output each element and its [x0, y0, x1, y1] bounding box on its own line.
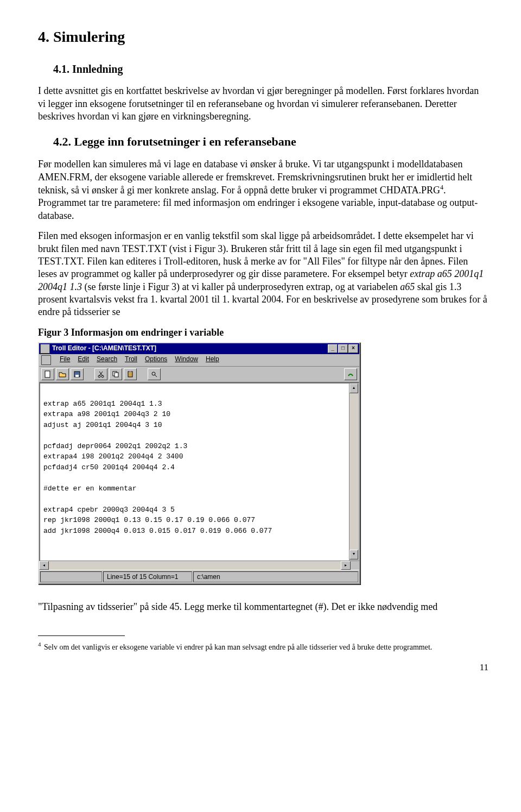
- a65-var: a65: [400, 281, 415, 292]
- figure-3-caption: Figur 3 Informasjon om endringer i varia…: [38, 326, 488, 339]
- heading-innledning: 4.1. Innledning: [38, 62, 488, 76]
- paste-icon[interactable]: [124, 368, 137, 380]
- doc-icon: [41, 355, 51, 365]
- menu-window[interactable]: Window: [175, 355, 198, 365]
- scroll-up-icon[interactable]: ▴: [350, 383, 358, 393]
- text: . Filen kan editeres i Troll-editoren, h…: [38, 256, 468, 279]
- text: .FRM: [67, 172, 90, 182]
- text: .PRG: [418, 185, 440, 196]
- save-icon[interactable]: [71, 368, 84, 380]
- window-controls: _ □ ×: [328, 344, 358, 353]
- menu-help[interactable]: Help: [206, 355, 219, 365]
- text: Før modellen kan simuleres må vi lage en…: [38, 159, 462, 169]
- heading-simulering: 4. Simulering: [38, 27, 488, 47]
- page-number: 11: [38, 662, 488, 673]
- status-empty: [40, 571, 102, 582]
- text: .TXT: [145, 243, 167, 254]
- footnote-4: 4 Selv om det vanligvis er eksogene vari…: [38, 640, 488, 652]
- svg-rect-7: [128, 372, 132, 377]
- scroll-right-icon[interactable]: ▸: [341, 561, 351, 570]
- menu-edit[interactable]: Edit: [78, 355, 89, 365]
- close-button[interactable]: ×: [348, 344, 358, 353]
- troll-editor-window: Troll Editor - [C:\AMEN\TEST.TXT] _ □ × …: [38, 342, 360, 584]
- para-42-2: Filen med eksogen informasjon er en vanl…: [38, 230, 488, 319]
- text: .TXT: [61, 256, 82, 267]
- test-label-2: TEST: [38, 256, 61, 267]
- new-icon[interactable]: [41, 368, 54, 380]
- editor-textarea[interactable]: extrap a65 2001q1 2004q1 1.3 extrapa a98…: [39, 382, 349, 561]
- status-path: c:\amen: [193, 571, 358, 582]
- para-42-1: Før modellen kan simuleres må vi lage en…: [38, 158, 488, 222]
- para-after-figure: "Tilpasning av tidsserier" på side 45. L…: [38, 601, 488, 613]
- statusbar: Line=15 of 15 Column=1 c:\amen: [39, 570, 359, 583]
- scroll-left-icon[interactable]: ◂: [39, 561, 49, 570]
- run-icon[interactable]: [344, 368, 357, 380]
- find-icon[interactable]: [148, 368, 161, 380]
- footnote-number: 4: [38, 641, 41, 647]
- svg-rect-0: [45, 371, 50, 377]
- maximize-button[interactable]: □: [338, 344, 348, 353]
- menu-file[interactable]: File: [60, 355, 70, 365]
- menu-options[interactable]: Options: [145, 355, 167, 365]
- menu-troll[interactable]: Troll: [125, 355, 137, 365]
- open-icon[interactable]: [56, 368, 69, 380]
- test-label: TEST: [122, 243, 145, 254]
- text: (vist i Figur 3). Brukeren står fritt ti…: [167, 243, 462, 254]
- status-line-col: Line=15 of 15 Column=1: [103, 571, 192, 582]
- minimize-button[interactable]: _: [328, 344, 338, 353]
- app-icon: [40, 344, 50, 354]
- text: (se første linje i Figur 3) at vi kaller…: [82, 281, 400, 292]
- heading-legge-inn: 4.2. Legge inn forutsetninger i en refer…: [38, 134, 488, 150]
- footnote-text: Selv om det vanligvis er eksogene variab…: [42, 643, 433, 651]
- horizontal-scrollbar[interactable]: ◂ ▸: [39, 561, 359, 570]
- menu-search[interactable]: Search: [97, 355, 117, 365]
- svg-rect-8: [129, 371, 131, 372]
- copy-icon[interactable]: [109, 368, 122, 380]
- chdata-label: CHDATA: [380, 185, 419, 196]
- scroll-down-icon[interactable]: ▾: [350, 550, 358, 559]
- svg-rect-6: [115, 373, 118, 377]
- toolbar: [39, 367, 359, 382]
- window-title: Troll Editor - [C:\AMEN\TEST.TXT]: [52, 344, 328, 353]
- menubar: File Edit Search Troll Options Window He…: [39, 354, 359, 367]
- footnote-separator: [38, 635, 125, 636]
- svg-rect-2: [75, 375, 79, 377]
- titlebar: Troll Editor - [C:\AMEN\TEST.TXT] _ □ ×: [39, 343, 359, 354]
- cut-icon[interactable]: [94, 368, 107, 380]
- para-41-1: I dette avsnittet gis en kortfattet besk…: [38, 85, 488, 123]
- vertical-scrollbar[interactable]: ▴ ▾: [349, 382, 359, 561]
- amen-label: AMEN: [38, 172, 67, 182]
